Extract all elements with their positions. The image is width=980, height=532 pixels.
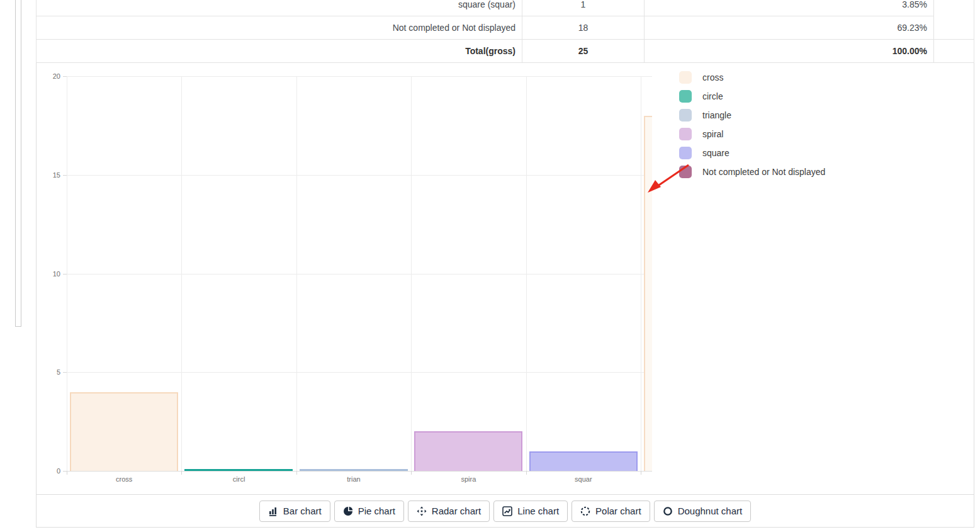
gridline-horizontal <box>67 175 652 176</box>
bar-circl <box>184 469 293 471</box>
chart-button-label: Radar chart <box>432 506 481 516</box>
legend-item-spiral[interactable]: spiral <box>679 125 825 144</box>
x-axis-category-label: spira <box>431 475 506 483</box>
legend-swatch <box>679 147 692 159</box>
x-axis-category-label: circl <box>201 475 277 483</box>
x-axis-tick <box>181 471 182 475</box>
y-axis-tick-label: 5 <box>39 368 60 376</box>
gridline-horizontal <box>67 274 652 274</box>
legend-item-triangle[interactable]: triangle <box>679 106 825 125</box>
table-cell-extra <box>934 16 974 40</box>
bar-squar <box>529 451 638 471</box>
legend-item-cross[interactable]: cross <box>679 68 825 87</box>
x-axis-tick <box>67 471 67 475</box>
x-axis-category-label: squar <box>546 475 621 483</box>
x-axis-tick <box>296 471 297 475</box>
legend-item-square[interactable]: square <box>679 144 825 162</box>
bar-chart-button[interactable]: Bar chart <box>259 501 330 522</box>
line-chart-icon <box>502 506 512 516</box>
chart-type-toolbar: Bar chartPie chartRadar chartLine chartP… <box>37 494 974 527</box>
summary-table: square (squar)13.85%Not completed or Not… <box>36 0 974 63</box>
bar-not-completed-or-not-displayed <box>644 116 652 471</box>
table-cell-extra <box>934 0 974 16</box>
y-axis-tick-label: 10 <box>39 269 60 278</box>
table-cell-percent: 69.23% <box>645 16 934 40</box>
doughnut-chart-button[interactable]: Doughnut chart <box>654 501 752 522</box>
legend-swatch <box>679 90 692 103</box>
bar-spira <box>414 431 522 471</box>
y-axis-tick-label: 15 <box>39 171 60 179</box>
x-axis-tick <box>526 471 527 475</box>
y-axis-tick-label: 20 <box>39 72 60 81</box>
doughnut-chart-icon <box>663 506 673 516</box>
bar-trian <box>300 469 408 471</box>
table-cell-extra <box>934 40 974 63</box>
polar-chart-icon <box>580 506 590 516</box>
table-cell-label: Total(gross) <box>37 40 522 63</box>
legend-label: cross <box>702 72 723 82</box>
radar-chart-icon <box>417 506 427 516</box>
gridline-horizontal <box>67 471 652 472</box>
pie-chart-button[interactable]: Pie chart <box>334 501 404 522</box>
bar-cross <box>70 392 178 471</box>
chart-button-label: Doughnut chart <box>678 506 743 516</box>
chart-card: 05101520crosscircltrianspirasquar crossc… <box>36 63 974 528</box>
chart-button-label: Pie chart <box>358 506 395 516</box>
table-cell-count: 1 <box>522 0 645 16</box>
gridline-vertical <box>296 76 297 471</box>
x-axis-tick <box>411 471 412 475</box>
table-cell-count: 25 <box>522 40 645 63</box>
table-cell-label: Not completed or Not displayed <box>37 16 522 40</box>
table-cell-percent: 100.00% <box>645 40 934 63</box>
legend-swatch <box>679 71 692 84</box>
gridline-vertical <box>181 76 182 471</box>
x-axis-category-label: cross <box>86 475 162 483</box>
x-axis-category-label: trian <box>316 475 391 483</box>
legend-label: square <box>702 148 729 158</box>
legend-item-not-completed-or-not-displayed[interactable]: Not completed or Not displayed <box>679 162 825 181</box>
chart-button-label: Bar chart <box>283 506 322 516</box>
gridline-vertical <box>411 76 412 471</box>
chart-button-label: Line chart <box>517 506 559 516</box>
gridline-vertical <box>641 76 641 471</box>
line-chart-button[interactable]: Line chart <box>493 501 568 522</box>
radar-chart-button[interactable]: Radar chart <box>408 501 490 522</box>
chart-legend: crosscircletrianglespiralsquareNot compl… <box>679 68 825 181</box>
chart-button-label: Polar chart <box>595 506 641 516</box>
table-row: Total(gross)25100.00% <box>37 40 974 63</box>
legend-swatch <box>679 166 692 178</box>
bar-chart: 05101520crosscircltrianspirasquar crossc… <box>37 63 974 494</box>
table-row: square (squar)13.85% <box>37 0 974 16</box>
vertical-scrollbar[interactable] <box>15 0 21 327</box>
bar-chart-icon <box>268 506 278 516</box>
table-cell-count: 18 <box>522 16 645 40</box>
legend-item-circle[interactable]: circle <box>679 87 825 106</box>
table-cell-label: square (squar) <box>37 0 522 16</box>
gridline-vertical <box>526 76 527 471</box>
gridline-horizontal <box>67 76 652 77</box>
legend-label: triangle <box>702 110 731 120</box>
legend-label: Not completed or Not displayed <box>702 167 825 177</box>
polar-chart-button[interactable]: Polar chart <box>572 501 650 522</box>
chart-plot-area: 05101520crosscircltrianspirasquar <box>37 63 652 494</box>
table-row: Not completed or Not displayed1869.23% <box>37 16 974 40</box>
legend-label: spiral <box>702 129 723 139</box>
legend-swatch <box>679 128 692 140</box>
legend-swatch <box>679 109 692 122</box>
table-cell-percent: 3.85% <box>645 0 934 16</box>
gridline-horizontal <box>67 372 652 373</box>
gridline-vertical <box>67 76 67 471</box>
legend-label: circle <box>702 91 723 101</box>
x-axis-tick <box>641 471 641 475</box>
pie-chart-icon <box>343 506 353 516</box>
y-axis-tick-label: 0 <box>39 467 60 475</box>
